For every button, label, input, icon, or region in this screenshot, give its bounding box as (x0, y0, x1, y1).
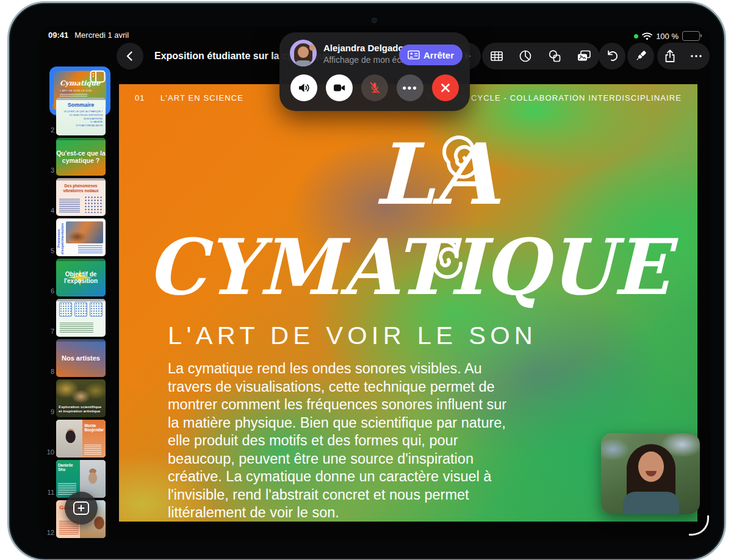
corner-highlight (689, 515, 709, 536)
more-button[interactable] (689, 49, 704, 63)
battery-icon (682, 31, 700, 41)
slide-thumbnail-7[interactable]: 7 (43, 299, 112, 337)
shapes-icon (547, 49, 562, 63)
back-button[interactable] (117, 43, 143, 70)
hide-navigator-button[interactable] (90, 70, 106, 83)
battery-percent: 100 % (656, 32, 679, 41)
pattern-motif (84, 196, 103, 213)
slide-number-label[interactable]: 01 (135, 93, 160, 102)
ellipsis-icon: ••• (403, 85, 418, 91)
share-icon (663, 49, 677, 63)
mic-muted-icon (367, 81, 382, 95)
sidebar-toggle-icon (90, 70, 106, 83)
facetime-overlay[interactable]: Alejandra Delgado Affichage de mon écran… (279, 32, 470, 111)
camera-button[interactable] (326, 74, 353, 101)
paintbrush-icon (633, 49, 648, 63)
call-more-button[interactable]: ••• (397, 74, 423, 101)
stop-sharing-button[interactable]: Arrêter (399, 45, 463, 65)
slide-thumbnail-6[interactable]: 6 Objectif de l'exposition (43, 259, 112, 296)
slide-category-label[interactable]: L'ART EN SCIENCE (160, 93, 243, 102)
media-button[interactable] (576, 49, 592, 63)
slide-thumbnail-3[interactable]: 3 Qu'est-ce que la cymatique ? (43, 138, 112, 176)
undo-icon (605, 49, 619, 63)
chart-button[interactable] (518, 49, 533, 63)
slide-thumbnail-4[interactable]: 4 Des phénomènes vibratoires nodaux (43, 178, 112, 216)
add-slide-icon (73, 501, 90, 515)
pattern-motifs (59, 302, 103, 317)
close-icon (439, 82, 452, 94)
speaker-icon (297, 81, 311, 95)
status-bar-right: 100 % (634, 31, 700, 41)
undo-button[interactable] (599, 43, 625, 70)
slide-thumbnail-8[interactable]: 8 Nos artistes (43, 339, 112, 377)
thumbnail-photo (56, 420, 82, 458)
caller-name: Alejandra Delgado (323, 43, 404, 53)
screen: 09:41 Mercredi 1 avril 100 % Exposition … (38, 26, 711, 540)
slide-thumbnail-9[interactable]: 9 Exploration scientifique et inspiratio… (43, 379, 112, 417)
end-call-button[interactable] (432, 74, 459, 101)
mute-button[interactable] (361, 74, 388, 101)
photos-icon (576, 49, 592, 63)
chevron-left-icon (124, 50, 136, 62)
pip-video-tile[interactable] (601, 433, 700, 514)
status-bar-left: 09:41 Mercredi 1 avril (48, 31, 129, 40)
screen-share-icon (408, 50, 420, 60)
pie-chart-icon (518, 49, 533, 63)
avatar (290, 40, 317, 66)
format-button[interactable] (627, 43, 654, 70)
slide-subtitle[interactable]: L'ART DE VOIR LE SON (168, 322, 537, 350)
slide-title-line2: CYMATIQUE (147, 222, 679, 310)
table-button[interactable] (489, 49, 504, 63)
wifi-icon (642, 32, 652, 40)
video-camera-icon (332, 81, 347, 95)
share-more-group (657, 43, 710, 70)
slide-body-text[interactable]: La cymatique rend les ondes sonores visi… (168, 360, 518, 522)
clock-date: Mercredi 1 avril (74, 31, 129, 40)
front-camera (372, 18, 377, 23)
thumbnail-photo (66, 221, 103, 243)
slide-title-art[interactable]: LA CYMATIQUE (119, 106, 697, 310)
insert-toolbar-group (482, 43, 599, 70)
slide-thumbnail-5[interactable]: 5 Processus d'expérimentation (43, 218, 112, 256)
camera-active-indicator (634, 34, 638, 38)
shapes-button[interactable] (547, 49, 562, 63)
ipad-device: 09:41 Mercredi 1 avril 100 % Exposition … (7, 1, 726, 560)
ellipsis-icon (689, 49, 704, 63)
share-button[interactable] (663, 49, 677, 63)
speaker-button[interactable] (290, 74, 317, 101)
clock-time: 09:41 (48, 31, 68, 40)
table-icon (489, 49, 504, 63)
slide-title-line1: LA (374, 124, 501, 224)
slide-thumbnail-2[interactable]: 2 Sommaire 03 QU'EST-CE QUE LA CYMATIQUE… (43, 98, 112, 135)
add-slide-button[interactable] (65, 492, 98, 525)
slide-thumbnail-10[interactable]: 10 Monia Boujendar (43, 420, 112, 458)
